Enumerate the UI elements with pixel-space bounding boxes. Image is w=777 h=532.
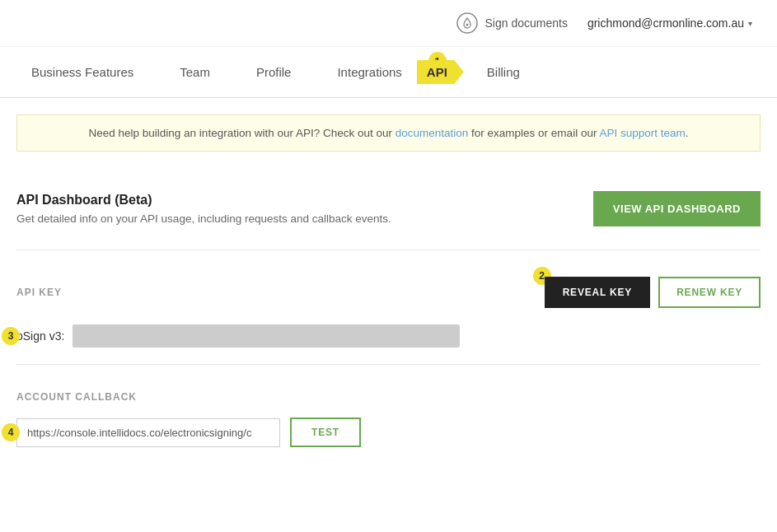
- api-dashboard-section: API Dashboard (Beta) Get detailed info o…: [16, 168, 761, 250]
- nav-item-api-wrapper[interactable]: 1 API: [425, 60, 464, 84]
- top-header: Sign documents grichmond@crmonline.com.a…: [0, 0, 777, 47]
- main-content: API Dashboard (Beta) Get detailed info o…: [0, 168, 777, 464]
- banner-text-middle: for examples or email our: [468, 127, 599, 139]
- api-key-buttons: 2 REVEAL KEY RENEW KEY: [545, 277, 761, 308]
- doc-link[interactable]: documentation: [396, 127, 469, 139]
- account-callback-section: ACCOUNT CALLBACK 4 TEST: [16, 365, 761, 464]
- badge-4: 4: [2, 423, 20, 441]
- test-callback-button[interactable]: TEST: [290, 418, 361, 447]
- api-key-masked-value: [73, 324, 460, 348]
- callback-url-input[interactable]: [16, 418, 280, 447]
- api-key-field-prefix: oSign v3:: [16, 329, 64, 343]
- nav-item-business-features[interactable]: Business Features: [8, 47, 157, 97]
- api-dashboard-description: Get detailed info on your API usage, inc…: [16, 212, 391, 225]
- banner-text-after: .: [686, 127, 689, 139]
- main-nav: Business Features Team Profile Integrati…: [0, 47, 777, 98]
- api-key-label: API KEY: [16, 287, 62, 298]
- svg-point-0: [457, 13, 477, 33]
- view-api-dashboard-button[interactable]: VIEW API DASHBOARD: [593, 191, 761, 226]
- api-key-field-row: 3 oSign v3:: [16, 324, 761, 348]
- sign-docs-label: Sign documents: [485, 16, 568, 30]
- api-dashboard-text: API Dashboard (Beta) Get detailed info o…: [16, 193, 391, 225]
- support-link[interactable]: API support team: [599, 127, 685, 139]
- chevron-down-icon: ▾: [748, 19, 752, 28]
- badge-3: 3: [2, 327, 20, 345]
- api-key-section: API KEY 2 REVEAL KEY RENEW KEY 3 oSign v…: [16, 250, 761, 365]
- nav-item-team[interactable]: Team: [157, 47, 233, 97]
- banner-text-before: Need help building an integration with o…: [89, 127, 396, 139]
- api-dashboard-title: API Dashboard (Beta): [16, 193, 391, 208]
- api-nav-label[interactable]: API: [417, 60, 464, 84]
- renew-key-button[interactable]: RENEW KEY: [658, 277, 761, 308]
- user-email: grichmond@crmonline.com.au: [587, 16, 744, 30]
- sign-documents-link[interactable]: Sign documents: [456, 12, 568, 35]
- api-key-header: API KEY 2 REVEAL KEY RENEW KEY: [16, 277, 761, 308]
- user-menu[interactable]: grichmond@crmonline.com.au ▾: [587, 16, 752, 30]
- callback-row: 4 TEST: [16, 418, 761, 447]
- nav-item-billing[interactable]: Billing: [464, 47, 543, 97]
- api-badge-wrapper: 1 API: [425, 60, 464, 84]
- reveal-key-wrapper: 2 REVEAL KEY: [545, 277, 650, 308]
- reveal-key-button[interactable]: REVEAL KEY: [545, 277, 650, 308]
- sign-docs-icon: [456, 12, 479, 35]
- info-banner: Need help building an integration with o…: [16, 114, 761, 152]
- nav-item-profile[interactable]: Profile: [233, 47, 315, 97]
- callback-label: ACCOUNT CALLBACK: [16, 391, 761, 403]
- svg-point-1: [466, 24, 468, 26]
- nav-item-integrations[interactable]: Integrations: [314, 47, 424, 97]
